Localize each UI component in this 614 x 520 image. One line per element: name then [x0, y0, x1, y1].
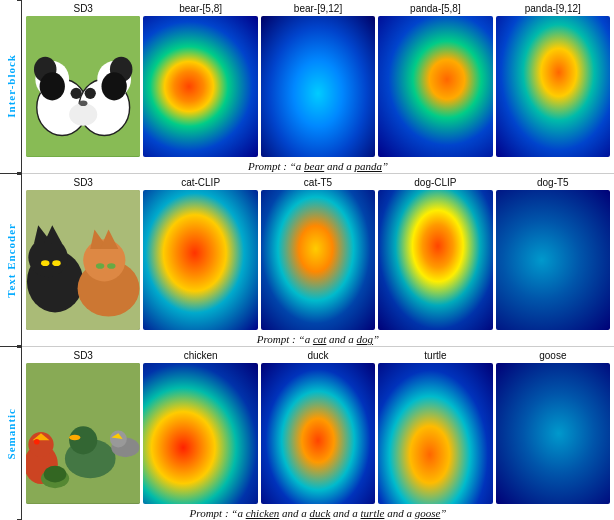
svg-point-8	[101, 72, 126, 100]
svg-point-12	[79, 100, 87, 106]
prompt-2: Prompt : “a cat and a dog”	[26, 333, 610, 346]
svg-point-15	[28, 238, 67, 277]
svg-point-18	[41, 260, 49, 266]
col-label-sd3-3: SD3	[26, 350, 140, 361]
side-labels: Inter-block Text Encoder Semantic	[0, 0, 22, 520]
svg-point-19	[52, 260, 60, 266]
img-cat-t5	[261, 190, 375, 331]
img-dog-t5	[496, 190, 610, 331]
img-chicken	[143, 363, 257, 504]
col-label-dog-clip: dog-CLIP	[378, 177, 492, 188]
col-label-bear58: bear-[5,8]	[143, 3, 257, 14]
section-inter-block: SD3 bear-[5,8] bear-[9,12] panda-[5,8] p…	[22, 0, 614, 174]
img-duck	[261, 363, 375, 504]
side-label-semantic: Semantic	[0, 347, 21, 520]
img-dog-clip	[378, 190, 492, 331]
svg-point-9	[69, 103, 97, 126]
col-label-sd3-1: SD3	[26, 3, 140, 14]
img-bear-58	[143, 16, 257, 157]
svg-point-33	[69, 435, 80, 441]
img-panda-912	[496, 16, 610, 157]
inter-block-label: Inter-block	[5, 54, 17, 118]
labels-row-1: SD3 bear-[5,8] bear-[9,12] panda-[5,8] p…	[26, 3, 610, 14]
images-row-3	[26, 363, 610, 504]
svg-point-25	[107, 263, 115, 269]
semantic-label: Semantic	[5, 408, 17, 459]
images-row-2	[26, 190, 610, 331]
img-bear-912	[261, 16, 375, 157]
col-label-duck: duck	[261, 350, 375, 361]
sections-area: SD3 bear-[5,8] bear-[9,12] panda-[5,8] p…	[22, 0, 614, 520]
labels-row-2: SD3 cat-CLIP cat-T5 dog-CLIP dog-T5	[26, 177, 610, 188]
tick-bottom-2	[17, 345, 22, 346]
col-label-chicken: chicken	[143, 350, 257, 361]
svg-point-24	[96, 263, 104, 269]
tick-top-2	[17, 174, 22, 175]
svg-point-11	[85, 88, 96, 99]
col-label-dog-t5: dog-T5	[496, 177, 610, 188]
col-label-goose: goose	[496, 350, 610, 361]
prompt-1: Prompt : “a bear and a panda”	[26, 160, 610, 173]
col-label-panda912: panda-[9,12]	[496, 3, 610, 14]
svg-point-30	[34, 439, 40, 445]
section-semantic: SD3 chicken duck turtle goose	[22, 347, 614, 520]
img-cat-clip	[143, 190, 257, 331]
section-text-encoder: SD3 cat-CLIP cat-T5 dog-CLIP dog-T5	[22, 174, 614, 348]
svg-point-10	[71, 88, 82, 99]
tick-top-3	[17, 347, 22, 348]
img-sd3-animals	[26, 363, 140, 504]
images-row-1	[26, 16, 610, 157]
img-sd3-cats	[26, 190, 140, 331]
img-panda-58	[378, 16, 492, 157]
prompt-3: Prompt : “a chicken and a duck and a tur…	[26, 507, 610, 520]
svg-point-37	[110, 431, 127, 448]
text-encoder-label: Text Encoder	[5, 223, 17, 298]
side-label-inter-block: Inter-block	[0, 0, 21, 174]
img-goose	[496, 363, 610, 504]
col-label-cat-t5: cat-T5	[261, 177, 375, 188]
labels-row-3: SD3 chicken duck turtle goose	[26, 350, 610, 361]
tick-bottom-1	[17, 172, 22, 173]
svg-point-35	[44, 466, 67, 483]
svg-point-7	[40, 72, 65, 100]
col-label-sd3-2: SD3	[26, 177, 140, 188]
img-turtle	[378, 363, 492, 504]
col-label-cat-clip: cat-CLIP	[143, 177, 257, 188]
img-sd3-panda	[26, 16, 140, 157]
col-label-bear912: bear-[9,12]	[261, 3, 375, 14]
tick-top-1	[17, 0, 22, 1]
col-label-turtle: turtle	[378, 350, 492, 361]
svg-point-32	[69, 427, 97, 455]
col-label-panda58: panda-[5,8]	[378, 3, 492, 14]
side-label-text-encoder: Text Encoder	[0, 174, 21, 348]
